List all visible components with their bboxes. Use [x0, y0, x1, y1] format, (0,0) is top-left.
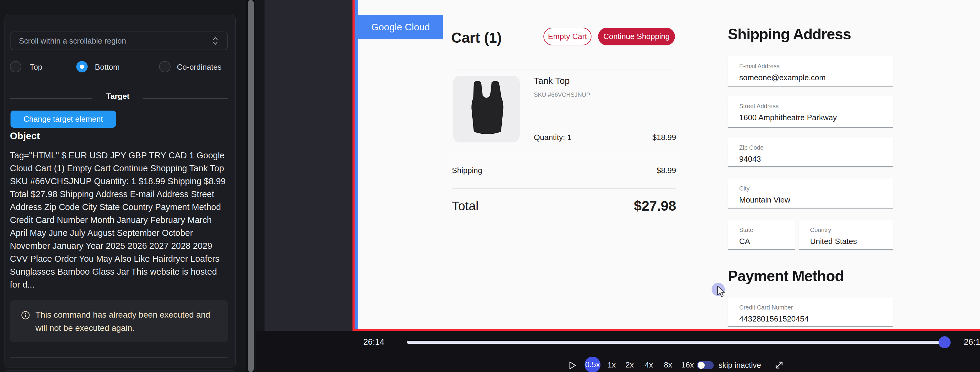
fullscreen-icon[interactable] — [774, 360, 784, 370]
skip-inactive-label: skip inactive — [719, 361, 761, 370]
target-divider-right — [143, 98, 228, 99]
state-field[interactable]: State CA — [728, 220, 795, 250]
mouse-cursor-icon — [716, 286, 728, 299]
shipping-row-price: $8.99 — [616, 166, 676, 175]
shipping-row-label: Shipping — [452, 166, 482, 175]
city-label: City — [739, 185, 749, 192]
cart-item-divider — [452, 154, 676, 154]
continue-shopping-button[interactable]: Continue Shopping — [598, 28, 675, 45]
speed-4x-button[interactable]: 4x — [641, 360, 656, 370]
action-select[interactable]: Scroll within a scrollable region — [11, 32, 228, 50]
email-label: E-mail Address — [739, 63, 780, 70]
email-field[interactable]: E-mail Address someone@example.com — [728, 56, 893, 86]
product-name: Tank Top — [534, 76, 570, 86]
city-field[interactable]: City Mountain View — [728, 179, 893, 209]
email-value: someone@example.com — [739, 73, 826, 82]
product-quantity: Quantity: 1 — [534, 133, 572, 142]
country-value: United States — [810, 237, 857, 246]
product-image-tank-top — [453, 76, 520, 142]
radio-top[interactable] — [10, 61, 21, 72]
credit-card-label: Credit Card Number — [739, 304, 793, 311]
city-value: Mountain View — [739, 195, 790, 204]
notice-text: This command has already been executed a… — [35, 308, 216, 335]
change-target-button[interactable]: Change target element — [11, 110, 116, 128]
sidebar-scrollbar-thumb[interactable] — [248, 0, 254, 372]
payment-method-heading: Payment Method — [728, 267, 844, 285]
speed-8x-button[interactable]: 8x — [660, 360, 676, 370]
country-field[interactable]: Country United States — [799, 220, 893, 250]
target-highlight-red-left — [353, 0, 355, 331]
speed-16x-button[interactable]: 16x — [679, 360, 696, 370]
brand-badge[interactable]: Google Cloud — [358, 15, 443, 39]
street-label: Street Address — [739, 103, 778, 110]
cart-title: Cart (1) — [451, 29, 502, 46]
credit-card-field[interactable]: Credit Card Number 4432801561520454 — [728, 297, 893, 327]
radio-coordinates[interactable] — [159, 61, 170, 72]
zip-field[interactable]: Zip Code 94043 — [728, 137, 893, 167]
action-select-value: Scroll within a scrollable region — [19, 36, 126, 46]
play-button[interactable] — [568, 361, 577, 370]
zip-value: 94043 — [739, 155, 761, 164]
total-label: Total — [452, 199, 479, 213]
country-label: Country — [810, 227, 831, 233]
app-window: Scroll within a scrollable region Top Bo… — [0, 0, 980, 372]
info-icon — [21, 311, 30, 320]
shipping-address-heading: Shipping Address — [728, 26, 851, 43]
scroll-region-highlight-blue — [355, 0, 358, 329]
sidebar-bottom-divider — [10, 357, 228, 358]
timeline-slider[interactable] — [407, 341, 945, 344]
cart-shipping-divider — [452, 188, 676, 189]
credit-card-value: 4432801561520454 — [739, 314, 808, 324]
speed-2x-button[interactable]: 2x — [622, 360, 637, 370]
empty-cart-button[interactable]: Empty Cart — [543, 28, 592, 45]
unfold-more-icon — [212, 36, 219, 45]
radio-bottom-label: Bottom — [95, 62, 119, 72]
object-heading: Object — [10, 131, 40, 142]
radio-top-label: Top — [30, 62, 42, 72]
radio-bottom[interactable] — [76, 61, 88, 72]
object-description-text: Tag="HTML" $ EUR USD JPY GBP TRY CAD 1 G… — [10, 149, 229, 291]
sidebar-panel: Scroll within a scrollable region Top Bo… — [0, 0, 246, 372]
radio-coordinates-label: Co-ordinates — [177, 62, 221, 72]
speed-1x-button[interactable]: 1x — [604, 360, 619, 370]
state-value: CA — [739, 237, 750, 246]
product-price: $18.99 — [616, 133, 676, 142]
panel-gap — [255, 0, 264, 372]
skip-inactive-toggle-knob[interactable] — [698, 362, 705, 369]
zip-label: Zip Code — [739, 144, 764, 151]
state-label: State — [739, 227, 753, 233]
target-section-label: Target — [95, 92, 141, 101]
street-value: 1600 Amphitheatre Parkway — [739, 113, 837, 122]
speed-0-5x-button[interactable]: 0.5x — [585, 357, 600, 372]
current-time: 26:14 — [363, 337, 396, 347]
next-command-card-stub — [5, 370, 236, 372]
total-price: $27.98 — [586, 198, 676, 214]
end-time: 26:1 — [964, 337, 980, 347]
product-sku: SKU #66VCHSJNUP — [534, 91, 590, 98]
timeline-handle[interactable] — [939, 336, 951, 348]
target-divider-left — [10, 98, 92, 99]
tank-top-graphic — [461, 80, 512, 137]
street-field[interactable]: Street Address 1600 Amphitheatre Parkway — [728, 96, 893, 128]
